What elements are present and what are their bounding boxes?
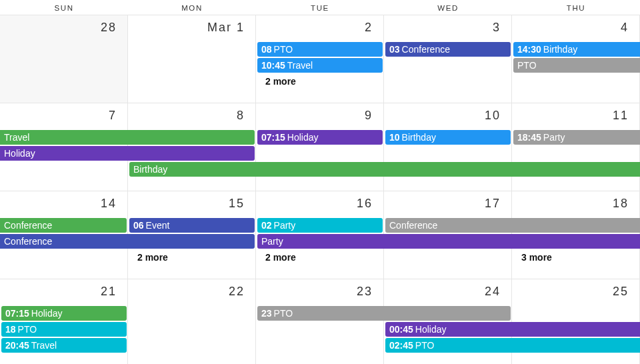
calendar-event[interactable]: 18PTO [1, 322, 127, 337]
day-cell[interactable]: Mar 1 [128, 15, 256, 103]
day-header: TUE [256, 0, 384, 15]
more-events-link[interactable]: 2 more [132, 250, 168, 265]
event-title: Conference [402, 44, 450, 55]
calendar-event[interactable]: PTO [513, 58, 640, 73]
date-number: 7 [109, 109, 117, 123]
event-time: 10 [389, 132, 400, 143]
event-time: 20:45 [5, 340, 29, 351]
event-time: 08 [261, 44, 272, 55]
week-row: 7891011Travel07:15Holiday10Birthday18:45… [0, 103, 640, 191]
day-cell[interactable]: 3 [384, 15, 512, 103]
event-time: 02 [261, 220, 272, 231]
event-title: Birthday [402, 132, 436, 143]
date-number: 8 [237, 109, 245, 123]
event-title: PTO [415, 340, 435, 351]
day-cell[interactable]: 22 [128, 279, 256, 364]
date-number: 21 [101, 285, 117, 299]
more-events-link[interactable]: 2 more [260, 74, 296, 89]
event-time: 10:45 [261, 60, 285, 71]
event-title: Party [543, 132, 565, 143]
event-title: PTO [274, 308, 293, 319]
event-title: PTO [517, 60, 537, 71]
day-cell[interactable]: 9 [256, 103, 384, 191]
calendar-event[interactable]: 00:45Holiday [385, 322, 640, 337]
week-row: 1415161718Conference06Event02PartyConfer… [0, 191, 640, 279]
calendar-event[interactable]: Holiday [0, 146, 255, 161]
calendar-event[interactable]: 10Birthday [385, 130, 511, 145]
calendar-event[interactable]: 20:45Travel [1, 338, 127, 353]
event-title: Travel [31, 340, 57, 351]
event-time: 00:45 [389, 324, 413, 335]
event-time: 18 [5, 324, 16, 335]
event-title: Holiday [287, 132, 319, 143]
day-cell[interactable]: 10 [384, 103, 512, 191]
calendar-event[interactable]: 08PTO [257, 42, 383, 57]
week-row: 28Mar 123408PTO03Conference14:30Birthday… [0, 15, 640, 103]
date-number: 17 [485, 197, 501, 211]
day-header: MON [128, 0, 256, 15]
calendar-event[interactable]: 03Conference [385, 42, 511, 57]
calendar-event[interactable]: Conference [385, 218, 640, 233]
event-title: Conference [4, 236, 52, 247]
event-title: Birthday [133, 164, 167, 175]
event-time: 02:45 [389, 340, 413, 351]
event-time: 03 [389, 44, 400, 55]
date-number: 15 [229, 197, 245, 211]
event-title: Party [274, 220, 296, 231]
calendar-month-view: SUNMONTUEWEDTHU 28Mar 123408PTO03Confere… [0, 0, 640, 364]
calendar-event[interactable]: 23PTO [257, 306, 511, 321]
date-number: 4 [621, 21, 629, 35]
day-header: THU [512, 0, 640, 15]
calendar-event[interactable]: Party [257, 234, 640, 249]
week-row: 212223242507:15Holiday23PTO18PTO00:45Hol… [0, 279, 640, 364]
day-header: WED [384, 0, 512, 15]
date-number: 25 [613, 285, 629, 299]
event-title: PTO [274, 44, 293, 55]
date-number: Mar 1 [207, 21, 245, 35]
event-title: Travel [287, 60, 313, 71]
day-headers-row: SUNMONTUEWEDTHU [0, 0, 640, 15]
date-number: 24 [485, 285, 501, 299]
event-time: 18:45 [517, 132, 541, 143]
calendar-event[interactable]: Conference [0, 218, 127, 233]
calendar-event[interactable]: 18:45Party [513, 130, 640, 145]
event-time: 07:15 [5, 308, 29, 319]
event-time: 06 [133, 220, 144, 231]
calendar-event[interactable]: 07:15Holiday [257, 130, 383, 145]
date-number: 3 [493, 21, 501, 35]
date-number: 28 [101, 21, 117, 35]
calendar-event[interactable]: 10:45Travel [257, 58, 383, 73]
event-title: Holiday [415, 324, 447, 335]
date-number: 22 [229, 285, 245, 299]
date-number: 16 [357, 197, 373, 211]
date-number: 2 [365, 21, 373, 35]
event-title: Conference [389, 220, 437, 231]
event-time: 07:15 [261, 132, 285, 143]
day-cell[interactable]: 28 [0, 15, 128, 103]
more-events-link[interactable]: 2 more [260, 250, 296, 265]
event-title: Travel [4, 132, 29, 143]
event-title: Event [146, 220, 170, 231]
calendar-event[interactable]: Conference [0, 234, 255, 249]
date-number: 14 [101, 197, 117, 211]
date-number: 23 [357, 285, 373, 299]
event-time: 14:30 [517, 44, 541, 55]
calendar-event[interactable]: 02Party [257, 218, 383, 233]
more-events-link[interactable]: 3 more [516, 250, 552, 265]
event-title: PTO [18, 324, 37, 335]
event-title: Holiday [31, 308, 63, 319]
event-title: Party [261, 236, 283, 247]
calendar-event[interactable]: Birthday [129, 162, 640, 177]
calendar-event[interactable]: 02:45PTO [385, 338, 640, 353]
calendar-event[interactable]: 07:15Holiday [1, 306, 127, 321]
day-header: SUN [0, 0, 128, 15]
calendar-event[interactable]: 06Event [129, 218, 255, 233]
weeks-container: 28Mar 123408PTO03Conference14:30Birthday… [0, 15, 640, 364]
date-number: 18 [613, 197, 629, 211]
calendar-event[interactable]: Travel [0, 130, 255, 145]
event-title: Birthday [543, 44, 577, 55]
day-cell[interactable]: 11 [512, 103, 640, 191]
date-number: 9 [365, 109, 373, 123]
calendar-event[interactable]: 14:30Birthday [513, 42, 640, 57]
day-cell[interactable]: 23 [256, 279, 384, 364]
